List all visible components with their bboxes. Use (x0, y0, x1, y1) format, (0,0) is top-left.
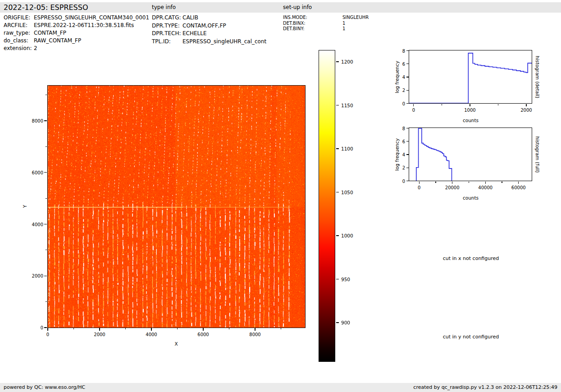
axis-tick (498, 104, 498, 105)
axis-tick (406, 90, 409, 91)
axis-tick (336, 279, 339, 279)
axis-tick (336, 148, 339, 149)
axis-tick (336, 322, 339, 323)
tick-label: 4 (402, 75, 405, 80)
type-info-heading: type info (152, 2, 176, 13)
axis-tick (203, 328, 203, 331)
axis-tick (406, 103, 409, 104)
tick-label: 2 (402, 88, 405, 93)
metadata-row: extension:2 (4, 45, 149, 52)
metadata-row: DPR.TYPE:CONTAM,OFF,FP (152, 22, 266, 30)
metadata-row: do_class:RAW_CONTAM_FP (4, 37, 149, 45)
metadata-row: INS.MODE:SINGLEUHR (283, 15, 369, 21)
metadata-row: DPR.CATG:CALIB (152, 14, 266, 22)
axis-tick (177, 328, 178, 329)
tick-label: 2000 (94, 332, 105, 337)
axis-tick (502, 182, 502, 183)
axis-tick (452, 182, 452, 184)
metadata-label: DPR.TYPE: (152, 22, 182, 30)
axis-tick (419, 182, 420, 184)
axis-tick (406, 168, 409, 168)
file-info-block: ORIGFILE:ESPRESSO_SINGLEUHR_CONTAM340_00… (4, 14, 149, 52)
tick-label: 1000 (341, 233, 353, 238)
axis-tick (336, 61, 339, 62)
tick-label: 1000 (464, 108, 475, 113)
tick-label: histogram (full) (535, 137, 540, 173)
axis-tick (336, 105, 339, 105)
metadata-value: RAW_CONTAM_FP (34, 37, 81, 45)
tick-label: 0 (402, 101, 405, 106)
cut-y-message: cut in y not configured (443, 334, 499, 340)
axis-tick (46, 146, 47, 147)
axis-tick (44, 172, 47, 173)
metadata-value: 2 (34, 45, 37, 52)
axis-tick (406, 181, 409, 181)
axis-tick (73, 328, 74, 329)
tick-label: 2000 (520, 108, 532, 113)
metadata-row: DET.BINX:1 (283, 21, 369, 27)
axis-tick (406, 77, 409, 77)
tick-label: 1050 (341, 190, 353, 195)
metadata-value: ECHELLE (182, 30, 207, 38)
setup-info-block: INS.MODE:SINGLEUHRDET.BINX:1DET.BINY:1 (283, 15, 369, 32)
metadata-row: DET.BINY:1 (283, 26, 369, 32)
raw-image-canvas (48, 86, 305, 328)
axis-tick (469, 182, 469, 183)
metadata-label: extension: (4, 45, 34, 52)
metadata-row: ORIGFILE:ESPRESSO_SINGLEUHR_CONTAM340_00… (4, 14, 149, 22)
metadata-value: CONTAM,OFF,FP (182, 22, 226, 30)
axis-tick (46, 198, 47, 199)
metadata-value: 1 (342, 26, 345, 32)
metadata-row: TPL.ID:ESPRESSO_singleUHR_cal_cont (152, 38, 266, 46)
axis-tick (44, 327, 47, 328)
tick-label: histogram (detail) (535, 56, 540, 98)
tick-label: 8000 (249, 332, 260, 337)
tick-label: log frequency (394, 61, 400, 93)
axis-tick (336, 235, 339, 236)
tick-label: 0 (402, 178, 405, 183)
axis-tick (99, 328, 100, 331)
metadata-label: ORIGFILE: (4, 14, 34, 22)
axis-tick (406, 128, 409, 128)
tick-label: X (174, 341, 178, 346)
axis-tick (44, 224, 47, 224)
tick-label: 6000 (32, 170, 43, 175)
axis-tick (406, 64, 409, 64)
histogram-detail-plot (409, 50, 532, 104)
metadata-label: DET.BINY: (283, 26, 342, 32)
axis-tick (44, 276, 47, 276)
metadata-label: DPR.CATG: (152, 14, 182, 22)
metadata-value: 1 (342, 21, 345, 27)
metadata-label: TPL.ID: (152, 38, 182, 46)
metadata-value: ESPRESSO_singleUHR_cal_cont (182, 38, 266, 46)
axis-tick (281, 328, 281, 329)
axis-tick (470, 104, 470, 106)
metadata-value: ESPRE.2022-12-06T11:30:38.518.fits (34, 22, 134, 29)
tick-label: 4000 (146, 332, 157, 337)
axis-tick (406, 154, 409, 155)
metadata-label: do_class: (4, 37, 34, 45)
tick-label: 20000 (445, 185, 460, 190)
tick-label: 0 (412, 108, 415, 113)
axis-tick (151, 328, 151, 331)
axis-tick (46, 250, 47, 250)
axis-tick (485, 182, 486, 184)
tick-label: 4000 (32, 222, 43, 227)
metadata-value: SINGLEUHR (342, 15, 369, 21)
tick-label: 4 (402, 152, 405, 157)
tick-label: counts (463, 118, 479, 123)
axis-tick (44, 120, 47, 121)
metadata-label: raw_type: (4, 29, 34, 37)
axis-tick (518, 182, 519, 184)
axis-tick (406, 141, 409, 141)
axis-tick (46, 95, 47, 95)
tick-label: counts (463, 195, 479, 201)
axis-tick (435, 182, 436, 183)
tick-label: 6 (402, 61, 405, 66)
metadata-value: CONTAM_FP (34, 29, 66, 37)
hist-full-line (409, 128, 532, 181)
axis-tick (406, 50, 409, 51)
tick-label: 8 (402, 48, 405, 53)
hist-detail-line (409, 50, 532, 103)
tick-label: 8 (402, 126, 405, 131)
